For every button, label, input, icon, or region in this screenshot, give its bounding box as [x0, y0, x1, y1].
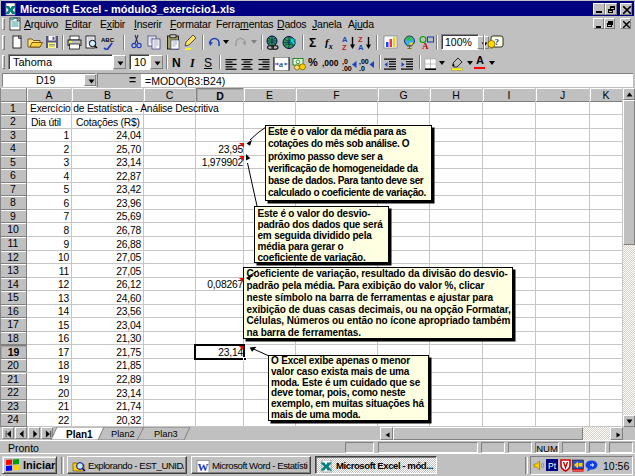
- svg-text:a: a: [279, 59, 283, 69]
- svg-text:Z: Z: [342, 43, 347, 51]
- svg-text:Plan3: Plan3: [154, 429, 178, 439]
- svg-text:Plan1: Plan1: [66, 428, 93, 439]
- svg-text:,00: ,00: [342, 65, 352, 71]
- svg-text:?: ?: [495, 37, 500, 47]
- svg-text:A: A: [422, 41, 429, 50]
- svg-text:A: A: [358, 43, 364, 51]
- svg-text:ABC: ABC: [101, 37, 115, 43]
- svg-text:W: W: [198, 461, 209, 473]
- svg-text:,0: ,0: [359, 65, 365, 71]
- svg-text:Plan2: Plan2: [111, 429, 135, 439]
